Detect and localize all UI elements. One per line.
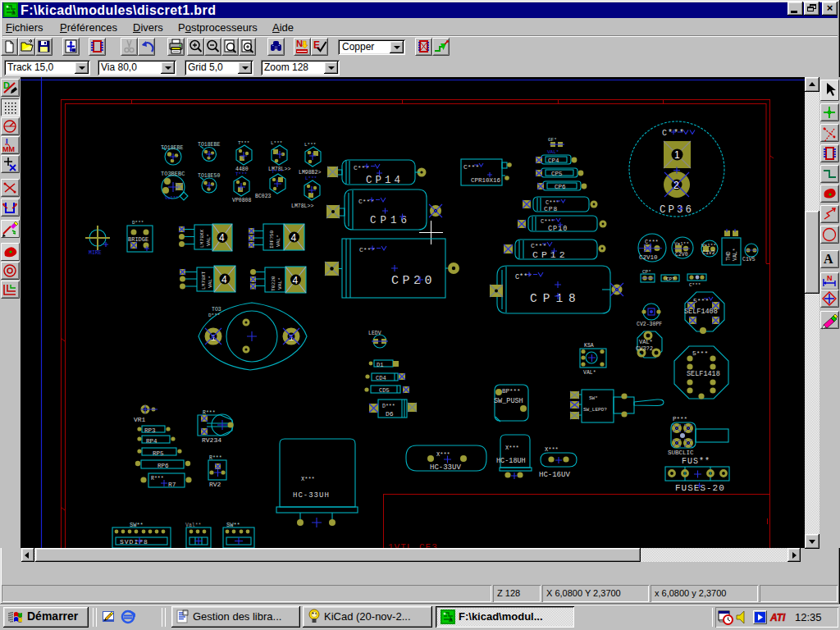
svg-text:LEDV: LEDV [368, 331, 381, 336]
svg-text:D***: D*** [382, 404, 395, 409]
svg-text:D***: D*** [208, 313, 220, 318]
svg-text:TO18E50: TO18E50 [198, 173, 220, 179]
svg-text:A: A [824, 252, 833, 266]
svg-text:C1V5: C1V5 [742, 257, 756, 262]
svg-text:LM78XX: LM78XX [199, 229, 205, 248]
svg-text:SW_LEPO?: SW_LEPO? [583, 407, 607, 413]
svg-text:D1: D1 [377, 362, 383, 368]
svg-text:5***: 5*** [692, 349, 708, 357]
svg-text:LM98B2>: LM98B2> [299, 170, 321, 176]
svg-text:RP6: RP6 [158, 463, 169, 469]
svg-text:CD5: CD5 [379, 387, 390, 394]
svg-text:C2V10: C2V10 [639, 254, 658, 261]
svg-text:C***: C*** [531, 242, 546, 249]
svg-text:C***: C*** [463, 163, 479, 171]
svg-text:RV234: RV234 [202, 436, 221, 444]
svg-text:SW_PUSH: SW_PUSH [494, 397, 523, 405]
svg-text:CP?: CP? [666, 276, 675, 282]
svg-text:N: N [827, 274, 833, 282]
svg-text:Val**: Val** [165, 195, 179, 201]
svg-text:LM78XT: LM78XT [201, 271, 207, 290]
svg-text:CP8: CP8 [544, 205, 558, 212]
svg-text:CP10: CP10 [548, 225, 568, 233]
svg-text:R***: R*** [151, 476, 164, 482]
svg-text:P***: P*** [673, 416, 687, 422]
svg-text:C***: C*** [689, 282, 701, 288]
svg-text:T***: T*** [235, 171, 247, 177]
svg-text:KSA: KSA [584, 343, 594, 349]
svg-text:CP20: CP20 [391, 274, 436, 288]
svg-text:FUS**: FUS** [682, 457, 710, 466]
svg-text:X***: X*** [301, 476, 315, 482]
svg-text:TO18EBE: TO18EBE [198, 142, 220, 148]
svg-text:X***: X*** [505, 445, 519, 451]
svg-text:TO3: TO3 [212, 307, 221, 313]
svg-text:RP4: RP4 [146, 438, 158, 445]
svg-text:1VTL CE3: 1VTL CE3 [388, 542, 438, 548]
svg-text:CV3?2: CV3?2 [636, 345, 653, 352]
svg-text:R7: R7 [168, 481, 176, 488]
svg-text:T***: T*** [238, 140, 249, 146]
svg-text:VAL*: VAL* [276, 235, 281, 247]
svg-text:N: N [296, 39, 303, 48]
svg-text:HC-18UH: HC-18UH [496, 457, 526, 465]
svg-text:C***: C*** [645, 239, 659, 245]
svg-text:LM78L>>: LM78L>> [291, 203, 313, 209]
svg-text:TO18EBE: TO18EBE [161, 145, 183, 151]
svg-text:MIRE: MIRE [89, 250, 102, 256]
svg-text:D***: D*** [132, 220, 144, 226]
svg-text:L***: L*** [304, 142, 316, 148]
svg-text:HC-33UV: HC-33UV [430, 463, 461, 472]
svg-text:SVDIP8: SVDIP8 [120, 538, 148, 546]
svg-text:SW**: SW** [226, 522, 240, 528]
svg-text:BRIDGE: BRIDGE [128, 236, 148, 243]
svg-text:VAL*: VAL* [639, 339, 653, 345]
svg-text:X***: X*** [545, 446, 559, 453]
svg-text:2: 2 [673, 180, 679, 191]
svg-text:1: 1 [674, 149, 680, 161]
svg-text:VAL*: VAL* [733, 248, 738, 261]
svg-text:ATi: ATi [769, 612, 786, 623]
svg-text:VR1: VR1 [134, 416, 146, 423]
svg-text:X***: X*** [436, 451, 450, 458]
svg-text:CV2-30PF: CV2-30PF [637, 322, 662, 327]
svg-text:L***: L*** [305, 176, 317, 181]
svg-text:SW**: SW** [130, 522, 144, 528]
svg-text:TO3BEBC: TO3BEBC [161, 171, 185, 177]
svg-text:C2V0: C2V0 [675, 252, 688, 258]
svg-text:T***: T*** [272, 169, 283, 175]
svg-text:VAL*: VAL* [547, 149, 559, 155]
svg-text:RP5: RP5 [153, 450, 164, 457]
svg-text:HC-33UH: HC-33UH [293, 491, 330, 500]
svg-text:CP4: CP4 [548, 158, 559, 164]
svg-text:SELF1418: SELF1418 [687, 370, 720, 378]
svg-text:RV2: RV2 [209, 481, 221, 488]
svg-text:4: 4 [293, 275, 299, 286]
svg-text:VAL*: VAL* [583, 370, 596, 376]
svg-text:5***: 5*** [693, 297, 709, 304]
svg-text:THD: THD [726, 251, 732, 261]
svg-text:R***: R*** [203, 410, 216, 416]
svg-text:HC-16UV: HC-16UV [539, 471, 570, 479]
svg-text:CP36: CP36 [660, 204, 694, 216]
svg-text:CP12: CP12 [532, 249, 568, 260]
svg-text:C***: C*** [541, 218, 555, 225]
svg-text:RP3: RP3 [144, 427, 156, 434]
svg-text:L***: L*** [271, 140, 282, 146]
svg-text:4: 4 [221, 274, 227, 285]
svg-text:CP14: CP14 [366, 175, 404, 186]
svg-text:CP18: CP18 [530, 292, 582, 305]
svg-text:CP5: CP5 [551, 171, 563, 177]
svg-text:Val**: Val** [185, 523, 202, 528]
svg-text:4: 4 [291, 232, 297, 244]
svg-text:MM: MM [2, 145, 15, 153]
svg-text:GF*: GF* [548, 137, 557, 143]
svg-text:T0220: T0220 [271, 276, 276, 291]
svg-text:CP6: CP6 [555, 184, 566, 190]
svg-text:IRF?50: IRF?50 [269, 230, 275, 249]
svg-text:SW*: SW* [589, 395, 598, 401]
svg-text:R***: R*** [209, 455, 222, 461]
svg-text:CD4: CD4 [376, 375, 386, 381]
svg-text:VP0808: VP0808 [232, 198, 252, 203]
svg-text:FUSES-20: FUSES-20 [675, 483, 725, 493]
